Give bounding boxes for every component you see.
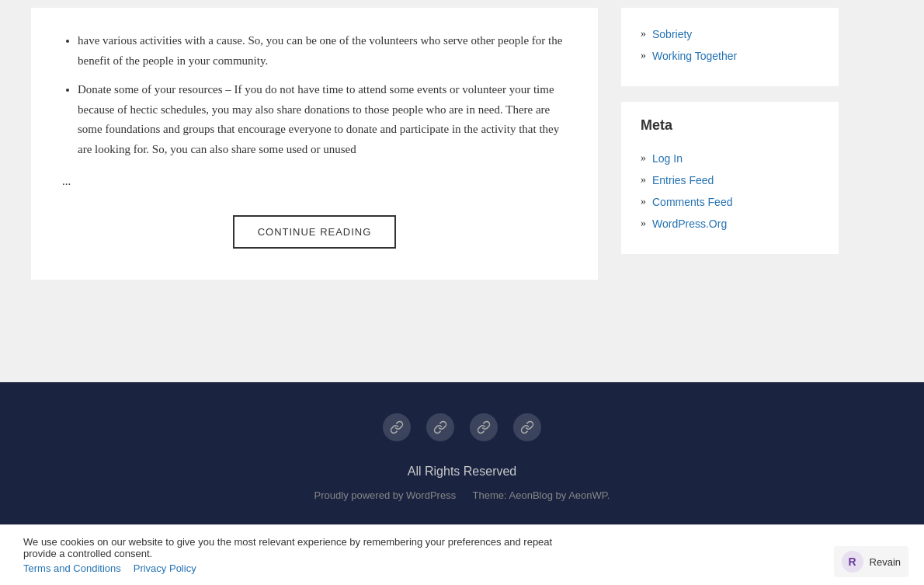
chain-icon-2 — [433, 420, 447, 434]
sidebar-meta-widget: Meta Log In Entries Feed Comments Feed W… — [621, 102, 839, 254]
revain-icon: R — [842, 551, 863, 573]
continue-reading-button[interactable]: CONTINUE READING — [233, 215, 397, 249]
content-area: have various activities with a cause. So… — [0, 0, 924, 382]
footer-nav-icon-3[interactable] — [470, 413, 498, 441]
footer-copyright: All Rights Reserved — [16, 465, 908, 479]
cookie-links: Terms and Conditions Privacy Policy — [23, 562, 901, 574]
entries-feed-link[interactable]: Entries Feed — [652, 174, 714, 186]
sidebar-item-working-together: Working Together — [641, 45, 819, 67]
cookie-text: We use cookies on our website to give yo… — [23, 536, 644, 559]
meta-list-item-entries: Entries Feed — [641, 169, 819, 191]
chain-icon-3 — [477, 420, 491, 434]
footer-nav-icon-4[interactable] — [513, 413, 541, 441]
meta-list-item-comments: Comments Feed — [641, 191, 819, 213]
chain-icon-1 — [390, 420, 404, 434]
powered-text: Proudly powered by WordPress — [314, 489, 457, 501]
sidebar-item-sobriety: Sobriety — [641, 23, 819, 45]
article-list-item-1: have various activities with a cause. So… — [78, 31, 567, 71]
meta-widget-title: Meta — [641, 117, 819, 134]
comments-feed-link[interactable]: Comments Feed — [652, 196, 732, 208]
sidebar-links-list: Sobriety Working Together — [641, 23, 819, 67]
article-ellipsis: ... — [62, 172, 567, 192]
theme-text: Theme: AeonBlog by AeonWP. — [473, 489, 610, 501]
meta-list: Log In Entries Feed Comments Feed WordPr… — [641, 148, 819, 235]
article-body: have various activities with a cause. So… — [62, 31, 567, 192]
continue-reading-wrapper: CONTINUE READING — [62, 215, 567, 249]
cookie-text-line2: provide a controlled consent. — [23, 548, 644, 559]
footer: All Rights Reserved Proudly powered by W… — [0, 382, 924, 524]
footer-nav-icon-2[interactable] — [426, 413, 454, 441]
wordpress-org-link[interactable]: WordPress.Org — [652, 218, 727, 230]
login-link[interactable]: Log In — [652, 152, 683, 165]
working-together-link[interactable]: Working Together — [652, 50, 737, 62]
main-content: have various activities with a cause. So… — [0, 0, 613, 359]
revain-badge[interactable]: R Revain — [834, 546, 908, 577]
cookie-bar: We use cookies on our website to give yo… — [0, 524, 924, 585]
sidebar: Sobriety Working Together Meta Log In En… — [613, 0, 862, 359]
cookie-text-line1: We use cookies on our website to give yo… — [23, 536, 644, 548]
privacy-link[interactable]: Privacy Policy — [134, 562, 196, 574]
article-list-item-2: Donate some of your resources – If you d… — [78, 80, 567, 159]
meta-list-item-wordpress: WordPress.Org — [641, 213, 819, 235]
sidebar-links-widget: Sobriety Working Together — [621, 8, 839, 86]
footer-nav — [16, 413, 908, 441]
footer-nav-icon-1[interactable] — [383, 413, 411, 441]
meta-list-item-login: Log In — [641, 148, 819, 169]
page-wrapper: have various activities with a cause. So… — [0, 0, 924, 585]
sobriety-link[interactable]: Sobriety — [652, 28, 692, 40]
article-card: have various activities with a cause. So… — [31, 8, 598, 280]
terms-link[interactable]: Terms and Conditions — [23, 562, 121, 574]
footer-powered: Proudly powered by WordPress Theme: Aeon… — [16, 489, 908, 501]
revain-label: Revain — [870, 556, 901, 568]
chain-icon-4 — [520, 420, 534, 434]
